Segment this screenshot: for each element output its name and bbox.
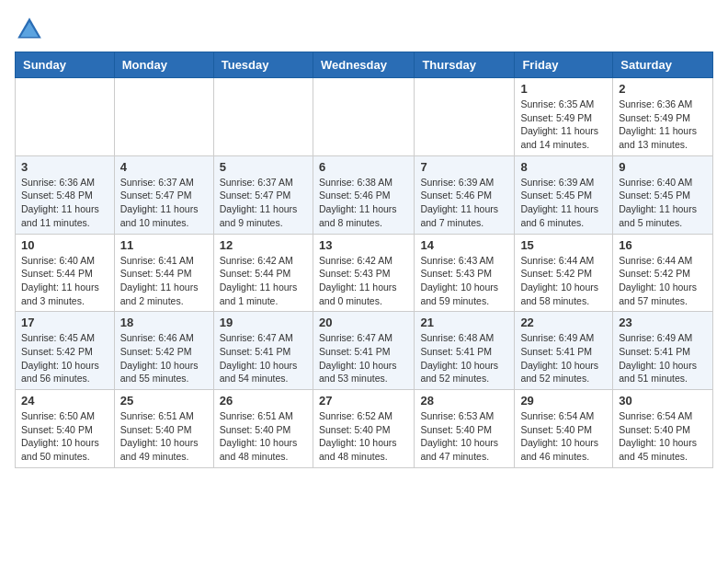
day-info: Sunrise: 6:49 AMSunset: 5:41 PMDaylight:… — [619, 331, 707, 385]
day-number: 19 — [220, 316, 307, 329]
calendar-cell — [415, 78, 515, 156]
day-info: Sunrise: 6:45 AMSunset: 5:42 PMDaylight:… — [21, 331, 108, 385]
calendar-cell: 25Sunrise: 6:51 AMSunset: 5:40 PMDayligh… — [114, 390, 213, 468]
calendar-week-row: 1Sunrise: 6:35 AMSunset: 5:49 PMDaylight… — [16, 78, 713, 156]
calendar-cell: 4Sunrise: 6:37 AMSunset: 5:47 PMDaylight… — [114, 155, 213, 234]
day-number: 16 — [619, 238, 707, 252]
day-info: Sunrise: 6:54 AMSunset: 5:40 PMDaylight:… — [619, 409, 707, 464]
calendar-cell: 15Sunrise: 6:44 AMSunset: 5:42 PMDayligh… — [515, 234, 613, 312]
calendar-week-row: 24Sunrise: 6:50 AMSunset: 5:40 PMDayligh… — [16, 390, 713, 468]
calendar-cell: 3Sunrise: 6:36 AMSunset: 5:48 PMDaylight… — [16, 155, 115, 234]
calendar-cell: 2Sunrise: 6:36 AMSunset: 5:49 PMDaylight… — [613, 78, 713, 156]
calendar-cell: 11Sunrise: 6:41 AMSunset: 5:44 PMDayligh… — [114, 234, 213, 312]
day-info: Sunrise: 6:38 AMSunset: 5:46 PMDaylight:… — [319, 176, 408, 230]
calendar-cell: 10Sunrise: 6:40 AMSunset: 5:44 PMDayligh… — [16, 234, 115, 312]
day-number: 3 — [21, 160, 108, 174]
calendar-cell: 28Sunrise: 6:53 AMSunset: 5:40 PMDayligh… — [415, 390, 515, 468]
calendar-week-row: 17Sunrise: 6:45 AMSunset: 5:42 PMDayligh… — [16, 312, 713, 390]
calendar-cell: 22Sunrise: 6:49 AMSunset: 5:41 PMDayligh… — [515, 312, 613, 390]
day-number: 5 — [220, 160, 307, 174]
calendar-week-row: 3Sunrise: 6:36 AMSunset: 5:48 PMDaylight… — [16, 155, 713, 234]
calendar-cell: 1Sunrise: 6:35 AMSunset: 5:49 PMDaylight… — [515, 78, 613, 156]
day-number: 25 — [120, 394, 208, 408]
day-info: Sunrise: 6:54 AMSunset: 5:40 PMDaylight:… — [520, 409, 607, 464]
day-info: Sunrise: 6:39 AMSunset: 5:45 PMDaylight:… — [520, 176, 607, 230]
day-number: 12 — [220, 238, 307, 252]
day-number: 22 — [520, 316, 607, 329]
day-info: Sunrise: 6:40 AMSunset: 5:44 PMDaylight:… — [21, 254, 108, 308]
calendar-cell: 9Sunrise: 6:40 AMSunset: 5:45 PMDaylight… — [613, 155, 713, 234]
day-info: Sunrise: 6:51 AMSunset: 5:40 PMDaylight:… — [220, 409, 307, 464]
page-header — [15, 15, 713, 44]
calendar-cell — [114, 78, 213, 156]
calendar-cell: 26Sunrise: 6:51 AMSunset: 5:40 PMDayligh… — [213, 390, 313, 468]
day-number: 18 — [120, 316, 208, 329]
day-number: 28 — [420, 394, 508, 408]
day-info: Sunrise: 6:52 AMSunset: 5:40 PMDaylight:… — [319, 409, 408, 464]
day-info: Sunrise: 6:42 AMSunset: 5:44 PMDaylight:… — [220, 254, 307, 308]
calendar-cell: 8Sunrise: 6:39 AMSunset: 5:45 PMDaylight… — [515, 155, 613, 234]
day-number: 15 — [520, 238, 607, 252]
day-info: Sunrise: 6:53 AMSunset: 5:40 PMDaylight:… — [420, 409, 508, 464]
logo — [15, 15, 48, 44]
day-number: 11 — [120, 238, 208, 252]
day-number: 23 — [619, 316, 707, 329]
day-info: Sunrise: 6:35 AMSunset: 5:49 PMDaylight:… — [520, 98, 607, 152]
calendar-cell: 18Sunrise: 6:46 AMSunset: 5:42 PMDayligh… — [114, 312, 213, 390]
day-number: 17 — [21, 316, 108, 329]
calendar-cell: 16Sunrise: 6:44 AMSunset: 5:42 PMDayligh… — [613, 234, 713, 312]
day-of-week-header: Thursday — [415, 52, 515, 78]
calendar-cell: 23Sunrise: 6:49 AMSunset: 5:41 PMDayligh… — [613, 312, 713, 390]
calendar-cell: 24Sunrise: 6:50 AMSunset: 5:40 PMDayligh… — [16, 390, 115, 468]
day-number: 2 — [619, 82, 707, 96]
calendar-cell — [213, 78, 313, 156]
day-number: 14 — [420, 238, 508, 252]
calendar-cell: 19Sunrise: 6:47 AMSunset: 5:41 PMDayligh… — [213, 312, 313, 390]
calendar-cell: 27Sunrise: 6:52 AMSunset: 5:40 PMDayligh… — [313, 390, 414, 468]
day-of-week-header: Friday — [515, 52, 613, 78]
day-of-week-header: Saturday — [613, 52, 713, 78]
day-number: 20 — [319, 316, 408, 329]
calendar-week-row: 10Sunrise: 6:40 AMSunset: 5:44 PMDayligh… — [16, 234, 713, 312]
day-info: Sunrise: 6:41 AMSunset: 5:44 PMDaylight:… — [120, 254, 208, 308]
calendar-cell: 6Sunrise: 6:38 AMSunset: 5:46 PMDaylight… — [313, 155, 414, 234]
day-info: Sunrise: 6:46 AMSunset: 5:42 PMDaylight:… — [120, 331, 208, 385]
day-of-week-header: Tuesday — [213, 52, 313, 78]
day-number: 13 — [319, 238, 408, 252]
day-info: Sunrise: 6:43 AMSunset: 5:43 PMDaylight:… — [420, 254, 508, 308]
calendar-cell — [16, 78, 115, 156]
calendar-cell: 30Sunrise: 6:54 AMSunset: 5:40 PMDayligh… — [613, 390, 713, 468]
day-number: 30 — [619, 394, 707, 408]
calendar-cell: 20Sunrise: 6:47 AMSunset: 5:41 PMDayligh… — [313, 312, 414, 390]
calendar-cell: 29Sunrise: 6:54 AMSunset: 5:40 PMDayligh… — [515, 390, 613, 468]
day-number: 7 — [420, 160, 508, 174]
day-info: Sunrise: 6:47 AMSunset: 5:41 PMDaylight:… — [319, 331, 408, 385]
calendar-cell — [313, 78, 414, 156]
calendar-cell: 14Sunrise: 6:43 AMSunset: 5:43 PMDayligh… — [415, 234, 515, 312]
calendar-header-row: SundayMondayTuesdayWednesdayThursdayFrid… — [16, 52, 713, 78]
day-number: 4 — [120, 160, 208, 174]
day-number: 10 — [21, 238, 108, 252]
day-number: 21 — [420, 316, 508, 329]
day-info: Sunrise: 6:44 AMSunset: 5:42 PMDaylight:… — [619, 254, 707, 308]
calendar-cell: 13Sunrise: 6:42 AMSunset: 5:43 PMDayligh… — [313, 234, 414, 312]
day-info: Sunrise: 6:36 AMSunset: 5:48 PMDaylight:… — [21, 176, 108, 230]
calendar-table: SundayMondayTuesdayWednesdayThursdayFrid… — [15, 52, 713, 468]
day-info: Sunrise: 6:51 AMSunset: 5:40 PMDaylight:… — [120, 409, 208, 464]
day-of-week-header: Monday — [114, 52, 213, 78]
day-info: Sunrise: 6:44 AMSunset: 5:42 PMDaylight:… — [520, 254, 607, 308]
day-info: Sunrise: 6:42 AMSunset: 5:43 PMDaylight:… — [319, 254, 408, 308]
day-info: Sunrise: 6:37 AMSunset: 5:47 PMDaylight:… — [120, 176, 208, 230]
calendar-cell: 7Sunrise: 6:39 AMSunset: 5:46 PMDaylight… — [415, 155, 515, 234]
day-number: 8 — [520, 160, 607, 174]
day-number: 9 — [619, 160, 707, 174]
day-number: 24 — [21, 394, 108, 408]
day-of-week-header: Wednesday — [313, 52, 414, 78]
day-number: 29 — [520, 394, 607, 408]
day-info: Sunrise: 6:39 AMSunset: 5:46 PMDaylight:… — [420, 176, 508, 230]
day-number: 6 — [319, 160, 408, 174]
day-info: Sunrise: 6:48 AMSunset: 5:41 PMDaylight:… — [420, 331, 508, 385]
day-info: Sunrise: 6:40 AMSunset: 5:45 PMDaylight:… — [619, 176, 707, 230]
day-of-week-header: Sunday — [16, 52, 115, 78]
calendar-cell: 12Sunrise: 6:42 AMSunset: 5:44 PMDayligh… — [213, 234, 313, 312]
